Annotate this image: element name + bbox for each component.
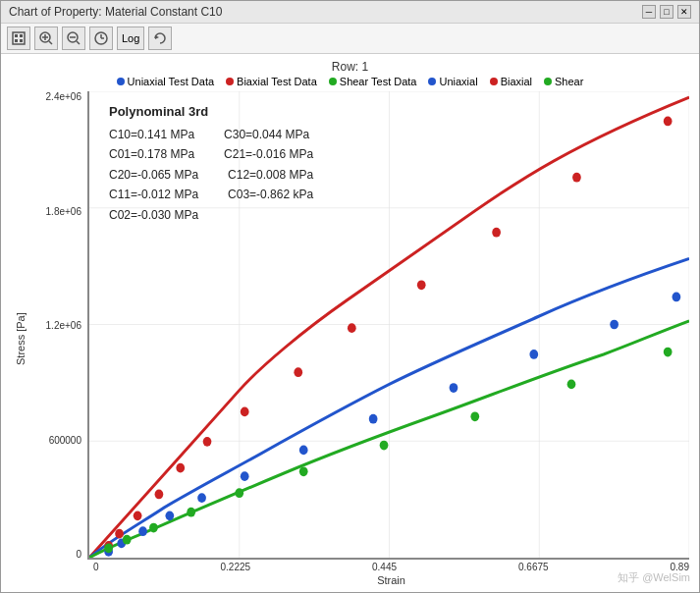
y-tick-3: 1.2e+06: [30, 320, 81, 331]
y-tick-5: 2.4e+06: [30, 91, 81, 102]
svg-point-57: [567, 380, 576, 390]
svg-rect-3: [15, 39, 18, 42]
legend-dot-biaxial-test: [226, 78, 234, 85]
annotation-c11: C11=-0.012 MPa: [109, 185, 198, 204]
annotation-row-4: C11=-0.012 MPa C03=-0.862 kPa: [109, 185, 313, 204]
svg-point-32: [348, 323, 356, 333]
chart-annotation: Polynominal 3rd C10=0.141 MPa C30=0.044 …: [109, 101, 313, 225]
svg-point-30: [241, 407, 249, 417]
svg-point-52: [187, 508, 195, 517]
svg-point-39: [138, 526, 147, 536]
svg-point-34: [492, 228, 501, 238]
annotation-row-1: C10=0.141 MPa C30=0.044 MPa: [109, 125, 313, 144]
svg-point-56: [470, 411, 479, 421]
svg-point-28: [176, 463, 185, 473]
annotation-title: Polynominal 3rd: [109, 101, 313, 123]
chart-legend: Uniaxial Test Data Biaxial Test Data She…: [11, 76, 689, 87]
y-tick-1: 0: [30, 549, 81, 560]
svg-point-25: [115, 529, 124, 539]
legend-label-biaxial-test: Biaxial Test Data: [237, 76, 317, 87]
svg-point-42: [241, 471, 249, 481]
window-controls: ─ □ ✕: [642, 5, 691, 19]
minimize-button[interactable]: ─: [642, 5, 656, 19]
svg-rect-2: [20, 34, 23, 37]
annotation-c10: C10=0.141 MPa: [109, 125, 194, 144]
x-axis-label: Strain: [30, 574, 689, 586]
svg-point-54: [299, 466, 308, 476]
svg-point-45: [450, 383, 458, 393]
zoom-in-button[interactable]: [34, 27, 58, 50]
annotation-c03: C03=-0.862 kPa: [228, 185, 313, 204]
annotation-row-5: C02=-0.030 MPa: [109, 205, 313, 225]
title-bar: Chart of Property: Material Constant C10…: [1, 1, 699, 24]
annotation-c12: C12=0.008 MPa: [228, 165, 313, 185]
annotation-row-3: C20=-0.065 MPa C12=0.008 MPa: [109, 165, 313, 185]
chart-inner: 2.4e+06 1.8e+06 1.2e+06 600000 0: [30, 91, 689, 586]
legend-dot-shear: [544, 78, 552, 85]
legend-label-biaxial: Biaxial: [501, 76, 532, 87]
legend-dot-uniaxial-test: [117, 78, 125, 85]
legend-uniaxial-test: Uniaxial Test Data: [117, 76, 214, 87]
svg-point-35: [572, 173, 581, 183]
svg-rect-4: [20, 39, 23, 42]
annotation-c20: C20=-0.065 MPa: [109, 165, 198, 185]
svg-rect-0: [13, 32, 25, 44]
legend-biaxial-test: Biaxial Test Data: [226, 76, 317, 87]
maximize-button[interactable]: □: [660, 5, 673, 19]
svg-point-27: [155, 490, 164, 500]
close-button[interactable]: ✕: [677, 5, 691, 19]
refresh-button[interactable]: [148, 27, 172, 50]
svg-point-55: [380, 441, 389, 451]
svg-point-48: [673, 293, 681, 302]
toolbar: Log: [1, 24, 699, 54]
row-label: Row: 1: [11, 60, 689, 74]
time-button[interactable]: [89, 27, 113, 50]
annotation-row-2: C01=0.178 MPa C21=-0.016 MPa: [109, 144, 313, 164]
svg-point-41: [197, 493, 206, 503]
legend-label-shear-test: Shear Test Data: [340, 76, 417, 87]
y-axis-ticks: 2.4e+06 1.8e+06 1.2e+06 600000 0: [30, 91, 87, 560]
svg-point-43: [299, 446, 308, 456]
svg-point-46: [529, 350, 538, 359]
svg-point-53: [235, 488, 243, 498]
legend-uniaxial: Uniaxial: [428, 76, 477, 87]
plot-wrapper: 2.4e+06 1.8e+06 1.2e+06 600000 0: [30, 91, 689, 560]
svg-point-36: [664, 117, 673, 127]
y-axis-label: Stress [Pa]: [11, 91, 30, 586]
svg-point-26: [134, 512, 142, 521]
svg-point-29: [203, 437, 212, 447]
svg-point-31: [294, 367, 302, 377]
annotation-c02: C02=-0.030 MPa: [109, 208, 198, 222]
svg-point-58: [664, 348, 673, 357]
svg-point-50: [123, 535, 132, 545]
svg-plot-container: Polynominal 3rd C10=0.141 MPa C30=0.044 …: [87, 91, 689, 560]
y-tick-2: 600000: [30, 435, 81, 446]
legend-dot-shear-test: [329, 78, 337, 85]
x-tick-0: 0: [93, 562, 99, 572]
x-axis-ticks: 0 0.2225 0.445 0.6675 0.89: [30, 562, 689, 572]
svg-line-6: [49, 41, 52, 44]
x-tick-3: 0.6675: [518, 562, 549, 572]
home-button[interactable]: [7, 27, 30, 50]
svg-line-10: [77, 41, 80, 44]
annotation-c01: C01=0.178 MPa: [109, 144, 194, 164]
annotation-c30: C30=0.044 MPa: [224, 125, 309, 144]
log-button[interactable]: Log: [117, 27, 144, 50]
legend-label-shear: Shear: [555, 76, 583, 87]
svg-point-40: [165, 512, 174, 521]
y-tick-4: 1.8e+06: [30, 206, 81, 217]
zoom-out-button[interactable]: [62, 27, 85, 50]
x-tick-1: 0.2225: [221, 562, 251, 572]
legend-label-uniaxial-test: Uniaxial Test Data: [128, 76, 214, 87]
main-window: Chart of Property: Material Constant C10…: [0, 0, 700, 593]
legend-biaxial: Biaxial: [490, 76, 532, 87]
svg-point-49: [104, 543, 113, 553]
legend-shear-test: Shear Test Data: [329, 76, 417, 87]
watermark: 知乎 @WelSim: [618, 570, 690, 585]
svg-point-44: [369, 414, 378, 424]
chart-area: Row: 1 Uniaxial Test Data Biaxial Test D…: [1, 54, 699, 592]
window-title: Chart of Property: Material Constant C10: [9, 5, 222, 19]
svg-point-47: [610, 320, 619, 330]
legend-shear: Shear: [544, 76, 583, 87]
chart-container: Stress [Pa] 2.4e+06 1.8e+06 1.2e+06 6000…: [11, 91, 689, 586]
